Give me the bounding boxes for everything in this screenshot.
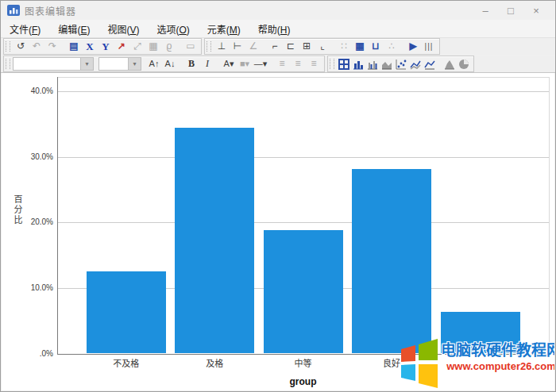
panel-icon[interactable]: ⊞ (299, 40, 315, 53)
chart-bar[interactable] (264, 230, 343, 353)
y-axis-tick-label[interactable]: 40.0% (19, 86, 53, 95)
pie-chart-icon[interactable] (457, 58, 471, 71)
plot-frame-right (549, 77, 550, 354)
minimize-button[interactable]: – (473, 5, 498, 17)
undo-icon[interactable]: ↺ (13, 40, 29, 53)
gridlines-icon[interactable]: ▦ (352, 40, 368, 53)
increase-font-icon[interactable]: A↑ (146, 57, 162, 71)
toolbar-row-1: ↺ ↶ ↷ ▤ X Y ↗ ⤢ ▦ ϱ ▭ ⊥ ⊢ ∠ ⌐ ⊏ ⊞ ⌞ ∷ ▦ (1, 38, 555, 55)
diagonal-axis-icon[interactable]: ∠ (245, 40, 261, 53)
x-interval-icon[interactable]: ⊢ (230, 40, 245, 53)
menu-elements[interactable]: 元素(M) (199, 21, 249, 37)
y-axis-tick-label[interactable]: 10.0% (19, 283, 53, 292)
toolbar-drag-handle[interactable] (6, 41, 10, 52)
menu-options[interactable]: 选项(O) (148, 21, 198, 37)
y-gridline (57, 157, 549, 158)
menu-file[interactable]: 文件(F) (1, 21, 49, 37)
x-axis-tick-label[interactable]: 及格 (175, 356, 254, 369)
window-title: 图表编辑器 (25, 4, 76, 17)
x-axis-icon[interactable]: X (82, 40, 98, 53)
chart-bar[interactable] (352, 169, 431, 353)
y-axis-tick-label[interactable]: .0% (19, 349, 53, 358)
x-axis-tick-label[interactable]: 不及格 (87, 356, 166, 369)
toolbar-group-edit: ↺ ↶ ↷ ▤ X Y ↗ ⤢ ▦ ϱ ▭ (3, 38, 202, 55)
watermark: 电脑软硬件教程网 www.computer26.com (399, 338, 554, 389)
x-axis-tick-label[interactable]: 中等 (264, 356, 343, 369)
forward-icon[interactable]: ↷ (44, 40, 60, 53)
corner-frame-icon[interactable]: ⌞ (315, 40, 330, 53)
chart-editor-window: 图表编辑器 – □ × 文件(F) 编辑(E) 视图(V) 选项(O) 元素(M… (0, 0, 556, 392)
chevron-down-icon[interactable]: ▾ (80, 58, 93, 70)
y-interval-icon[interactable]: ⊥ (214, 40, 230, 53)
outer-frame-icon[interactable]: ⌐ (267, 40, 283, 53)
lasso-select-icon[interactable]: ϱ (161, 40, 177, 53)
italic-icon[interactable]: I (199, 57, 215, 71)
align-left-icon[interactable]: ≡ (274, 57, 290, 71)
chevron-down-icon[interactable]: ▾ (128, 58, 141, 70)
y-axis-line (57, 77, 58, 354)
grid-dots-icon[interactable]: ∷ (336, 40, 352, 53)
font-family-value (14, 58, 80, 70)
align-right-icon[interactable]: ≡ (306, 57, 322, 71)
y-axis-icon[interactable]: Y (98, 40, 114, 53)
y-axis-tick-label[interactable]: 30.0% (19, 152, 53, 161)
decrease-font-icon[interactable]: A↓ (162, 57, 178, 71)
y-axis-tick-label[interactable]: 20.0% (19, 217, 53, 226)
menu-view[interactable]: 视图(V) (98, 21, 148, 37)
properties-icon[interactable]: ▤ (66, 40, 82, 53)
transpose-icon[interactable]: ▦ (145, 40, 161, 53)
watermark-site-name: 电脑软硬件教程网 (441, 338, 554, 359)
rescale-icon[interactable]: ⤢ (129, 40, 145, 53)
app-icon (7, 5, 20, 16)
columns-icon[interactable]: ||| (421, 40, 437, 53)
close-button[interactable]: × (523, 5, 549, 17)
line-chart-icon[interactable] (423, 58, 437, 71)
bar-chart-icon[interactable] (351, 58, 365, 71)
scatter-icon[interactable] (394, 58, 408, 71)
watermark-logo-icon (399, 338, 438, 389)
menu-edit[interactable]: 编辑(E) (49, 21, 98, 37)
watermark-site-url: www.computer26.com (441, 360, 554, 372)
sort-icon[interactable]: ▶ (405, 40, 421, 53)
toolbar-drag-handle[interactable] (330, 59, 334, 69)
font-size-value (99, 58, 128, 70)
align-center-icon[interactable]: ≡ (290, 57, 306, 71)
y-axis-title[interactable]: 百分比 (11, 194, 24, 225)
toolbar-group-text: ▾ ▾ A↑ A↓ B I A▾ ■▾ —▾ ≡ ≡ ≡ (3, 56, 325, 72)
plot-frame-top (57, 77, 549, 78)
y-gridline (57, 222, 549, 223)
multi-line-icon[interactable] (408, 58, 423, 71)
toolbar-group-chart-types (327, 56, 474, 72)
fill-color-icon[interactable]: ■▾ (237, 57, 253, 71)
font-family-combo[interactable]: ▾ (13, 57, 94, 71)
bold-icon[interactable]: B (183, 57, 199, 71)
histogram-icon[interactable] (442, 58, 457, 71)
footnote-icon[interactable]: ⊔ (368, 40, 384, 53)
data-id-mode-icon[interactable] (337, 58, 351, 71)
title-bar: 图表编辑器 – □ × (1, 1, 555, 20)
chart-bar[interactable] (175, 128, 254, 353)
text-color-icon[interactable]: A▾ (221, 57, 237, 71)
chart-bar[interactable] (87, 271, 166, 353)
clustered-bar-icon[interactable] (365, 58, 380, 71)
chart-options-icon[interactable]: ↗ (114, 40, 129, 53)
legend-icon[interactable]: ∴ (384, 40, 400, 53)
back-icon[interactable]: ↶ (29, 40, 44, 53)
annotation-icon[interactable]: ▭ (183, 40, 199, 53)
font-size-combo[interactable]: ▾ (98, 57, 141, 71)
menu-bar: 文件(F) 编辑(E) 视图(V) 选项(O) 元素(M) 帮助(H) (1, 20, 555, 38)
line-style-icon[interactable]: —▾ (253, 57, 268, 71)
y-gridline (57, 91, 549, 92)
toolbar-group-axes: ⊥ ⊢ ∠ ⌐ ⊏ ⊞ ⌞ ∷ ▦ ⊔ ∴ ▶ ||| (204, 38, 440, 55)
inner-frame-icon[interactable]: ⊏ (283, 40, 299, 53)
chart-canvas[interactable]: 40.0%30.0%20.0%10.0%.0%不及格及格中等良好百分比group… (2, 73, 554, 390)
toolbar-row-2: ▾ ▾ A↑ A↓ B I A▾ ■▾ —▾ ≡ ≡ ≡ (1, 56, 555, 73)
menu-help[interactable]: 帮助(H) (249, 21, 299, 37)
toolbar-drag-handle[interactable] (6, 59, 10, 69)
area-chart-icon[interactable] (380, 58, 394, 71)
toolbar-drag-handle[interactable] (207, 41, 211, 52)
maximize-button[interactable]: □ (498, 5, 523, 17)
x-axis-title[interactable]: group (256, 376, 351, 387)
